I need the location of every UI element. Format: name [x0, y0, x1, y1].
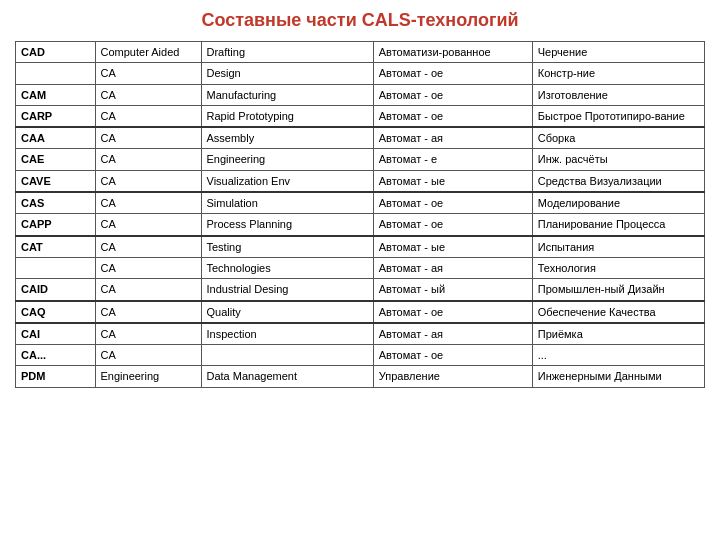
cell-eng: Drafting [201, 42, 373, 63]
table-row: PDMEngineeringData ManagementУправлениеИ… [16, 366, 705, 387]
table-row: CAPPCAProcess PlanningАвтомат - оеПланир… [16, 214, 705, 236]
cell-abbr [16, 257, 96, 278]
cell-ru2: Констр-ние [532, 63, 704, 84]
cell-ru2: Технология [532, 257, 704, 278]
cell-eng: Industrial Desing [201, 279, 373, 301]
cell-eng: Design [201, 63, 373, 84]
cell-ca: CA [95, 84, 201, 105]
cell-ru1: Автомат - ое [373, 105, 532, 127]
cell-ru1: Автомат - ые [373, 236, 532, 258]
cals-table: CADComputer AidedDraftingАвтоматизи-рова… [15, 41, 705, 388]
cell-abbr: CAM [16, 84, 96, 105]
cell-ru2: Черчение [532, 42, 704, 63]
cell-abbr: CAQ [16, 301, 96, 323]
cell-abbr: PDM [16, 366, 96, 387]
cell-ca: CA [95, 279, 201, 301]
cell-ru1: Автомат - ое [373, 345, 532, 366]
table-row: CAMCAManufacturingАвтомат - оеИзготовлен… [16, 84, 705, 105]
cell-ru1: Автомат - е [373, 149, 532, 170]
cell-ru1: Автомат - ая [373, 127, 532, 149]
cell-eng: Simulation [201, 192, 373, 214]
cell-eng: Quality [201, 301, 373, 323]
table-row: CADComputer AidedDraftingАвтоматизи-рова… [16, 42, 705, 63]
cell-abbr: CA... [16, 345, 96, 366]
cell-ca: CA [95, 105, 201, 127]
cell-eng: Rapid Prototyping [201, 105, 373, 127]
cell-ru2: Обеспечение Качества [532, 301, 704, 323]
cell-ru2: Быстрое Прототипиро-вание [532, 105, 704, 127]
cell-abbr: CAI [16, 323, 96, 345]
cell-ru1: Автомат - ый [373, 279, 532, 301]
cell-abbr [16, 63, 96, 84]
cell-ru2: Сборка [532, 127, 704, 149]
cell-ru2: Изготовление [532, 84, 704, 105]
cell-ca: CA [95, 236, 201, 258]
table-row: CATechnologiesАвтомат - аяТехнология [16, 257, 705, 278]
cell-ru1: Автомат - ая [373, 323, 532, 345]
cell-ru2: Средства Визуализации [532, 170, 704, 192]
cell-abbr: CAT [16, 236, 96, 258]
table-row: CATCATestingАвтомат - ыеИспытания [16, 236, 705, 258]
cell-ca: CA [95, 170, 201, 192]
cell-eng: Assembly [201, 127, 373, 149]
table-row: CAVECAVisualization EnvАвтомат - ыеСредс… [16, 170, 705, 192]
cell-ru2: Приёмка [532, 323, 704, 345]
table-row: CAIDCAIndustrial DesingАвтомат - ыйПромы… [16, 279, 705, 301]
table-row: CAICAInspectionАвтомат - аяПриёмка [16, 323, 705, 345]
cell-ru1: Управление [373, 366, 532, 387]
cell-abbr: CAE [16, 149, 96, 170]
cell-abbr: CAID [16, 279, 96, 301]
cell-ru1: Автомат - ое [373, 84, 532, 105]
cell-eng: Testing [201, 236, 373, 258]
table-row: CAECAEngineeringАвтомат - еИнж. расчёты [16, 149, 705, 170]
table-row: CADesignАвтомат - оеКонстр-ние [16, 63, 705, 84]
cell-ru2: Инженерными Данными [532, 366, 704, 387]
cell-ru1: Автомат - ое [373, 63, 532, 84]
cell-ca: Engineering [95, 366, 201, 387]
cell-ru1: Автомат - ое [373, 301, 532, 323]
table-row: CAQCAQualityАвтомат - оеОбеспечение Каче… [16, 301, 705, 323]
cell-ru2: Моделирование [532, 192, 704, 214]
cell-ca: CA [95, 127, 201, 149]
cell-ca: CA [95, 301, 201, 323]
cell-abbr: CAA [16, 127, 96, 149]
cell-abbr: CAVE [16, 170, 96, 192]
cell-ru1: Автомат - ые [373, 170, 532, 192]
cell-ca: Computer Aided [95, 42, 201, 63]
cell-ca: CA [95, 192, 201, 214]
cell-eng: Technologies [201, 257, 373, 278]
cell-abbr: CAPP [16, 214, 96, 236]
cell-eng: Manufacturing [201, 84, 373, 105]
table-row: CARPCARapid PrototypingАвтомат - оеБыстр… [16, 105, 705, 127]
cell-eng: Process Planning [201, 214, 373, 236]
cell-ru1: Автомат - ое [373, 192, 532, 214]
cell-ca: CA [95, 149, 201, 170]
cell-abbr: CAS [16, 192, 96, 214]
cell-ca: CA [95, 63, 201, 84]
cell-ru1: Автомат - ая [373, 257, 532, 278]
cell-eng: Inspection [201, 323, 373, 345]
cell-eng: Visualization Env [201, 170, 373, 192]
table-row: CASCASimulationАвтомат - оеМоделирование [16, 192, 705, 214]
cell-ru2: Планирование Процесса [532, 214, 704, 236]
cell-ca: CA [95, 345, 201, 366]
cell-ru2: Промышлен-ный Дизайн [532, 279, 704, 301]
table-row: CA...CAАвтомат - ое... [16, 345, 705, 366]
cell-abbr: CAD [16, 42, 96, 63]
cell-eng: Engineering [201, 149, 373, 170]
table-row: CAACAAssemblyАвтомат - аяСборка [16, 127, 705, 149]
cell-ca: CA [95, 214, 201, 236]
cell-ca: CA [95, 323, 201, 345]
cell-ru2: ... [532, 345, 704, 366]
cell-ru1: Автомат - ое [373, 214, 532, 236]
cell-ru2: Инж. расчёты [532, 149, 704, 170]
cell-ca: CA [95, 257, 201, 278]
cell-eng: Data Management [201, 366, 373, 387]
cell-ru2: Испытания [532, 236, 704, 258]
page-title: Составные части CALS-технологий [15, 10, 705, 31]
cell-abbr: CARP [16, 105, 96, 127]
cell-eng [201, 345, 373, 366]
cell-ru1: Автоматизи-рованное [373, 42, 532, 63]
